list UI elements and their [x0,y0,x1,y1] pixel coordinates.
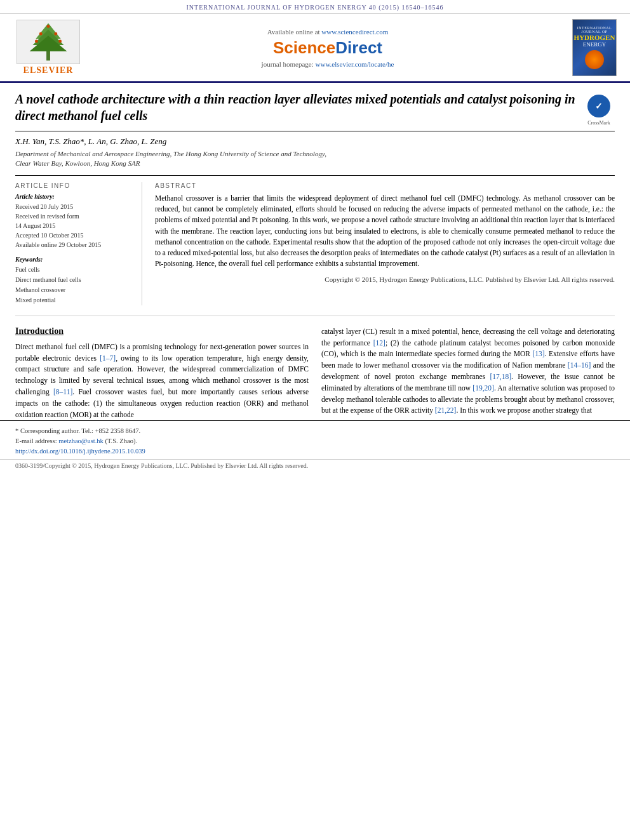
keyword-2: Direct methanol fuel cells [15,275,134,285]
section-divider [15,316,615,316]
introduction-heading: Introduction [15,326,309,337]
keyword-3: Methanol crossover [15,285,134,295]
cover-intl: International Journal of [575,26,613,34]
article-info-heading: ARTICLE INFO [15,182,134,189]
ref-1-7[interactable]: [1–7] [100,354,116,362]
and-text: and [267,399,278,407]
cover-hydrogen: HYDROGEN [574,34,615,41]
ref-17-18[interactable]: [17,18] [490,373,511,380]
sciencedirect-url[interactable]: www.sciencedirect.com [321,28,388,36]
svg-point-8 [47,25,50,28]
ref-14-16[interactable]: [14–16] [568,361,591,369]
email-line: E-mail address: metzhao@ust.hk (T.S. Zha… [15,436,615,446]
email-link[interactable]: metzhao@ust.hk [58,437,104,444]
intro-right-text: catalyst layer (CL) result in a mixed po… [321,326,615,417]
history-revised-label: Received in revised form [15,211,134,221]
svg-point-4 [39,32,43,36]
doi-link[interactable]: http://dx.doi.org/10.1016/j.ijhydene.201… [15,448,145,455]
footnote-section: * Corresponding author. Tel.: +852 2358 … [0,420,630,458]
homepage-url[interactable]: www.elsevier.com/locate/he [316,60,394,68]
body-left: Introduction Direct methanol fuel cell (… [15,326,309,421]
abstract-text: Methanol crossover is a barrier that lim… [155,193,615,270]
available-online-text: Available online at www.sciencedirect.co… [93,28,563,36]
journal-header: INTERNATIONAL JOURNAL OF HYDROGEN ENERGY… [0,0,630,14]
abstract-column: ABSTRACT Methanol crossover is a barrier… [155,182,615,305]
journal-homepage: journal homepage: www.elsevier.com/locat… [93,60,563,68]
authors: X.H. Yan, T.S. Zhao*, L. An, G. Zhao, L.… [15,137,615,147]
crossmark-badge: ✓ CrossMark [583,93,615,126]
svg-text:✓: ✓ [595,102,603,111]
intro-left-text: Direct methanol fuel cell (DMFC) is a pr… [15,342,309,421]
sciencedirect-title: ScienceDirect [93,38,563,58]
cover-circle-graphic [585,50,604,69]
body-columns: Introduction Direct methanol fuel cell (… [0,326,630,421]
crossmark-label: CrossMark [587,120,610,126]
science-part: Science [273,38,335,57]
history-label: Article history: [15,193,134,200]
article-info-column: ARTICLE INFO Article history: Received 2… [15,182,142,305]
ref-8-11[interactable]: [8–11] [53,388,72,396]
ref-12[interactable]: [12] [373,339,385,347]
bottom-bar: 0360-3199/Copyright © 2015, Hydrogen Ene… [0,459,630,472]
article-title: A novel cathode architecture with a thin… [15,91,577,124]
svg-point-6 [35,40,38,43]
article-history: Article history: Received 20 July 2015 R… [15,193,134,250]
article-title-section: A novel cathode architecture with a thin… [15,91,615,131]
svg-point-5 [54,32,57,36]
ref-13[interactable]: [13] [532,350,544,357]
journal-title-bar: INTERNATIONAL JOURNAL OF HYDROGEN ENERGY… [186,4,443,11]
elsevier-logo: ELSEVIER [10,20,86,76]
doi-line: http://dx.doi.org/10.1016/j.ijhydene.201… [15,446,615,457]
top-banner: ELSEVIER Available online at www.science… [0,14,630,83]
history-accepted: Accepted 10 October 2015 [15,230,134,240]
ref-21-22[interactable]: [21,22] [435,406,457,414]
history-received: Received 20 July 2015 [15,202,134,211]
ref-19-20[interactable]: [19,20] [473,384,494,392]
banner-center: Available online at www.sciencedirect.co… [93,28,563,68]
affiliation: Department of Mechanical and Aerospace E… [15,149,615,169]
history-available: Available online 29 October 2015 [15,240,134,250]
body-right: catalyst layer (CL) result in a mixed po… [321,326,615,421]
keyword-1: Fuel cells [15,265,134,275]
cover-energy: ENERGY [583,41,607,48]
content-columns: ARTICLE INFO Article history: Received 2… [15,175,615,305]
corresponding-author: * Corresponding author. Tel.: +852 2358 … [15,426,615,436]
crossmark-icon: ✓ [586,93,612,119]
svg-point-7 [58,40,62,43]
elsevier-tree-image [17,20,80,64]
article-main: A novel cathode architecture with a thin… [0,83,630,305]
abstract-heading: ABSTRACT [155,182,615,189]
history-revised-date: 14 August 2015 [15,221,134,230]
copyright-text: Copyright © 2015, Hydrogen Energy Public… [155,275,615,284]
bottom-copyright: 0360-3199/Copyright © 2015, Hydrogen Ene… [15,462,308,469]
keyword-4: Mixed potential [15,295,134,305]
direct-part: Direct [335,38,382,57]
elsevier-label: ELSEVIER [23,65,74,76]
cover-image: International Journal of HYDROGEN ENERGY [572,19,617,76]
keywords-label: Keywords: [15,256,134,263]
keywords-section: Keywords: Fuel cells Direct methanol fue… [15,256,134,305]
journal-cover: International Journal of HYDROGEN ENERGY [569,19,620,76]
